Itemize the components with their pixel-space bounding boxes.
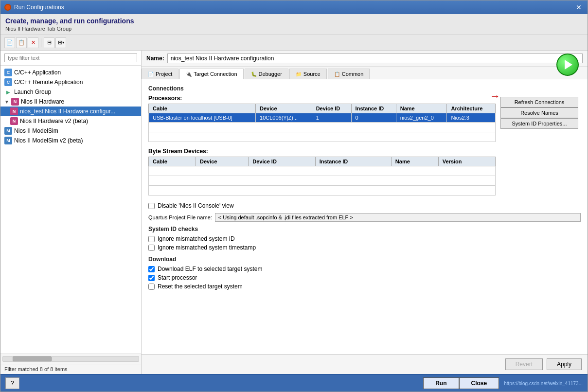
start-processor-checkbox[interactable] — [148, 275, 155, 281]
table-row-empty-1 — [149, 123, 496, 132]
new-config-button[interactable]: 📄 — [4, 37, 15, 48]
start-processor-label: Start processor — [158, 274, 197, 281]
tab-source[interactable]: 📁 Source — [289, 69, 327, 79]
ignore-mismatch-id-row: Ignore mismatched system ID — [148, 235, 581, 242]
col-device-bs: Device — [196, 157, 248, 166]
run-button[interactable]: Run — [423, 377, 459, 389]
col-device-proc: Device — [256, 104, 312, 113]
byte-stream-label: Byte Stream Devices: — [148, 148, 496, 155]
col-instanceid-bs: Instance ID — [315, 157, 391, 166]
tab-debugger-label: Debugger — [259, 71, 282, 77]
expand-all-button[interactable]: ⊞▾ — [55, 37, 66, 48]
system-id-section: System ID checks Ignore mismatched syste… — [148, 226, 581, 251]
sidebar-tree: C C/C++ Application C C/C++ Remote Appli… — [0, 66, 141, 354]
bs-empty-1 — [149, 166, 496, 176]
download-elf-checkbox[interactable] — [148, 266, 155, 272]
name-input[interactable] — [167, 53, 583, 63]
title-bar: Run Configurations ✕ — [0, 0, 588, 14]
nios-config-icon: N — [10, 107, 18, 115]
close-button[interactable]: ✕ — [574, 3, 584, 11]
system-id-title: System ID checks — [148, 226, 581, 232]
buttons-area: → Refresh Connections Resolve Names Syst… — [500, 95, 581, 196]
sidebar-item-nios-config[interactable]: N nios_test Nios II Hardware configur... — [0, 107, 141, 116]
disable-console-label: Disable 'Nios II Console' view — [158, 202, 234, 209]
sidebar-item-cpp-app[interactable]: C C/C++ Application — [0, 68, 141, 77]
run-quick-button[interactable] — [556, 53, 580, 77]
sidebar-item-cpp-app-label: C/C++ Application — [14, 69, 61, 76]
connections-wrapper: Processors: Cable Device Device ID Insta… — [148, 95, 581, 196]
col-instanceid-proc: Instance ID — [351, 104, 396, 113]
ignore-mismatch-ts-checkbox[interactable] — [148, 245, 155, 251]
cpp-remote-icon: C — [4, 78, 12, 86]
help-button[interactable]: ? — [5, 377, 19, 389]
modelsim-icon: M — [4, 127, 12, 135]
refresh-connections-button[interactable]: Refresh Connections — [500, 97, 578, 107]
tab-project[interactable]: 📄 Project — [142, 69, 178, 79]
window-icon — [4, 4, 11, 11]
disable-console-row: Disable 'Nios II Console' view — [148, 202, 581, 209]
ignore-mismatch-ts-row: Ignore mismatched system timestamp — [148, 244, 581, 251]
delete-config-button[interactable]: ✕ — [28, 37, 38, 48]
sidebar-item-nios-hw[interactable]: ▼ N Nios II Hardware — [0, 97, 141, 107]
tab-target-label: Target Connection — [194, 71, 237, 77]
tab-debugger[interactable]: 🐛 Debugger — [245, 69, 288, 79]
col-name-bs: Name — [391, 157, 438, 166]
sidebar-filter-area — [0, 51, 141, 66]
cell-name-0: nios2_gen2_0 — [396, 113, 447, 123]
apply-button[interactable]: Apply — [547, 358, 582, 370]
quartus-input[interactable] — [215, 213, 581, 222]
table-row[interactable]: USB-Blaster on localhost [USB-0] 10CL006… — [149, 113, 496, 123]
bs-empty-2 — [149, 176, 496, 186]
processors-label: Processors: — [148, 95, 496, 102]
quartus-row: Quartus Project File name: — [148, 213, 581, 222]
col-cable-bs: Cable — [149, 157, 196, 166]
close-dialog-button[interactable]: Close — [459, 377, 499, 389]
sidebar-scrollbar-h[interactable] — [2, 356, 139, 362]
filter-input[interactable] — [4, 53, 137, 62]
panel-content: Connections Processors: Cable Device — [142, 79, 588, 354]
sidebar-item-nios-hw-v2[interactable]: N Nios II Hardware v2 (beta) — [0, 116, 141, 126]
bottom-bar: Revert Apply — [142, 354, 588, 374]
sidebar-item-launch-group[interactable]: ▶ Launch Group — [0, 87, 141, 97]
tab-common-label: Common — [342, 71, 364, 77]
header-subtitle: Nios II Hardware Tab Group — [5, 26, 583, 32]
ignore-mismatch-id-label: Ignore mismatched system ID — [158, 235, 235, 242]
bs-empty-3 — [149, 186, 496, 196]
header-title: Create, manage, and run configurations — [5, 17, 583, 25]
tab-target-connection[interactable]: 🔌 Target Connection — [179, 69, 243, 79]
scrollbar-thumb[interactable] — [13, 356, 52, 361]
resolve-names-button[interactable]: Resolve Names — [500, 107, 578, 118]
sidebar-filter-status: Filter matched 8 of 8 items — [0, 364, 141, 374]
system-id-properties-button[interactable]: System ID Properties... — [500, 118, 578, 129]
download-section: Download Download ELF to selected target… — [148, 256, 581, 290]
sidebar-item-nios-modelsim-v2[interactable]: M Nios II ModelSim v2 (beta) — [0, 136, 141, 145]
quartus-label: Quartus Project File name: — [148, 214, 212, 220]
footer-bar: ? Run Close https://blog.csdn.net/weixin… — [0, 374, 588, 392]
reset-target-row: Reset the selected target system — [148, 283, 581, 290]
sidebar-item-cpp-remote[interactable]: C C/C++ Remote Application — [0, 77, 141, 87]
disable-console-checkbox[interactable] — [148, 203, 155, 209]
revert-button[interactable]: Revert — [505, 358, 543, 370]
table-row-empty-2 — [149, 132, 496, 142]
expand-arrow: ▼ — [4, 99, 9, 105]
reset-target-checkbox[interactable] — [148, 284, 155, 290]
tab-common-icon: 📋 — [334, 71, 340, 77]
download-elf-label: Download ELF to selected target system — [158, 266, 262, 272]
ignore-mismatch-id-checkbox[interactable] — [148, 236, 155, 242]
tab-common[interactable]: 📋 Common — [328, 69, 370, 79]
right-panel: Name: 📄 Project 🔌 Target Connection 🐛 De… — [142, 51, 588, 374]
sidebar-item-cpp-remote-label: C/C++ Remote Application — [14, 79, 83, 86]
run-triangle-icon — [565, 60, 572, 70]
tab-bar: 📄 Project 🔌 Target Connection 🐛 Debugger… — [142, 67, 588, 79]
sidebar-item-nios-modelsim[interactable]: M Nios II ModelSim — [0, 126, 141, 136]
cpp-icon: C — [4, 69, 12, 76]
nios-hw-v2-icon: N — [10, 117, 18, 125]
collapse-all-button[interactable]: ⊟ — [44, 37, 54, 48]
sidebar-item-launch-label: Launch Group — [14, 89, 51, 95]
connections-title: Connections — [148, 85, 581, 92]
sidebar-item-modelsim-v2-label: Nios II ModelSim v2 (beta) — [14, 137, 83, 144]
download-elf-row: Download ELF to selected target system — [148, 266, 581, 272]
copy-config-button[interactable]: 📋 — [16, 37, 27, 48]
tab-project-icon: 📄 — [148, 71, 154, 77]
col-version-bs: Version — [438, 157, 495, 166]
